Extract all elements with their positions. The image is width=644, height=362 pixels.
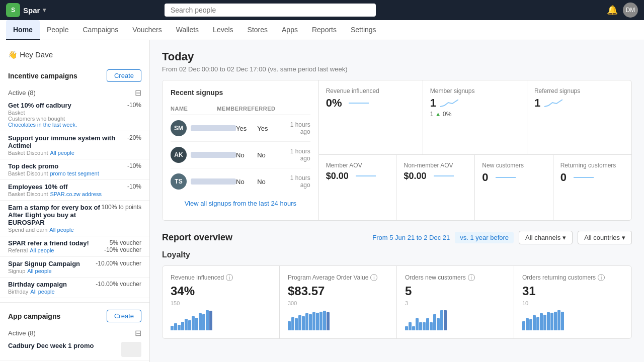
loyalty-value: $83.57: [288, 284, 388, 298]
campaign-name[interactable]: Employees 10% off: [8, 183, 102, 191]
today-subtitle: From 02 Dec 00:00 to 02 Dec 17:00 (vs. s…: [162, 65, 632, 73]
table-header: NAME MEMBER REFERRED: [171, 103, 310, 115]
member-val: No: [236, 178, 257, 186]
campaign-item: SPAR refer a friend today! Referral All …: [0, 236, 149, 257]
stat-value: 1: [534, 97, 624, 110]
campaign-link[interactable]: All people: [49, 227, 73, 233]
col-referred: REFERRED: [243, 106, 276, 112]
stat-value: 0%: [326, 97, 416, 110]
tab-levels[interactable]: Levels: [206, 20, 240, 40]
collapse-icon[interactable]: ⊟: [135, 328, 141, 338]
tab-campaigns[interactable]: Campaigns: [76, 20, 126, 40]
info-icon[interactable]: i: [226, 274, 233, 281]
referred-val: No: [257, 151, 278, 159]
campaign-name[interactable]: Get 10% off cadbury: [8, 102, 77, 109]
campaign-link[interactable]: All people: [30, 289, 54, 295]
campaign-item: Top deck promo Basket Discount promo tes…: [0, 159, 149, 180]
all-countries-dropdown[interactable]: All countries ▾: [578, 231, 632, 244]
info-icon[interactable]: i: [598, 274, 605, 281]
create-app-button[interactable]: Create: [107, 310, 141, 322]
tab-home[interactable]: Home: [6, 20, 40, 40]
nav-tabs: Home People Campaigns Vouchers Wallets L…: [0, 20, 644, 40]
campaign-name[interactable]: Birthday campaign: [8, 281, 67, 288]
loyalty-label: Program Average Order Value i: [288, 274, 388, 281]
campaign-name[interactable]: Spar Signup Campaign: [8, 260, 80, 267]
name-blur: [191, 178, 236, 185]
campaign-link[interactable]: All people: [27, 268, 51, 274]
today-grid: Recent signups NAME MEMBER REFERRED SM: [162, 80, 632, 221]
campaign-link[interactable]: Chocolates in the last week.: [8, 122, 77, 128]
stat-change: 1 ▲ 0%: [430, 111, 520, 118]
campaign-link[interactable]: All people: [30, 247, 54, 253]
logo[interactable]: S Spar ▾: [6, 3, 46, 17]
vs-year-before-button[interactable]: vs. 1 year before: [455, 232, 514, 243]
avatar-image: DM: [626, 7, 635, 14]
info-icon[interactable]: i: [468, 274, 475, 281]
member-val: Yes: [236, 125, 257, 132]
active-campaigns-label: Active (8) ⊟: [0, 85, 149, 99]
time-val: 1 hours ago: [278, 148, 310, 162]
notification-bell-icon[interactable]: 🔔: [607, 5, 618, 16]
campaign-discount: -10%: [127, 183, 141, 190]
campaign-item: Earn a stamp for every box of After Eigh…: [0, 201, 149, 236]
search-input[interactable]: [165, 4, 376, 17]
stat-value: 1: [430, 97, 520, 110]
campaign-discount: -10.00% voucher: [96, 260, 141, 267]
stat-returning-customers: Returning customers 0: [553, 155, 631, 221]
stat-referred-signups: Referred signups 1: [527, 80, 631, 154]
view-all-signups-link[interactable]: View all signups from the last 24 hours: [171, 195, 310, 212]
info-icon[interactable]: i: [370, 274, 377, 281]
campaign-discount: 100% to points: [102, 204, 141, 211]
tab-stores[interactable]: Stores: [240, 20, 275, 40]
incentive-campaigns-title: Incentive campaigns: [8, 72, 77, 80]
campaign-name[interactable]: Top deck promo: [8, 162, 99, 170]
campaign-item: Birthday campaign Birthday All people -1…: [0, 278, 149, 298]
logo-icon: S: [6, 3, 20, 17]
loyalty-value: 34%: [171, 284, 271, 298]
campaign-item: Get 10% off cadbury Basket Customers who…: [0, 99, 149, 131]
campaign-name[interactable]: SPAR refer a friend today!: [8, 239, 89, 247]
campaign-name[interactable]: Earn a stamp for every box of After Eigh…: [8, 204, 102, 226]
time-val: 1 hours ago: [278, 174, 310, 189]
campaign-link[interactable]: All people: [50, 150, 74, 156]
bar-chart: [171, 310, 271, 330]
collapse-icon[interactable]: ⊟: [135, 88, 141, 98]
stat-label: New customers: [482, 162, 545, 169]
campaign-discount: -10.00% voucher: [96, 281, 141, 288]
campaign-detail: Customers who bought: [8, 116, 77, 122]
stat-member-aov: Member AOV $0.00: [319, 155, 397, 221]
top-bar: S Spar ▾ 🔔 DM: [0, 0, 644, 20]
name-blur: [191, 152, 236, 158]
tab-reports[interactable]: Reports: [305, 20, 344, 40]
app-name: Spar: [23, 6, 40, 15]
tab-people[interactable]: People: [40, 20, 76, 40]
name-blur: [191, 125, 236, 131]
campaign-item: Cadbury Dec week 1 promo: [0, 339, 149, 360]
date-range-button[interactable]: From 5 Jun 21 to 2 Dec 21: [372, 234, 450, 241]
avatar[interactable]: DM: [623, 3, 638, 18]
sparkline-icon: [544, 98, 562, 109]
sparkline-icon: [440, 98, 458, 109]
campaign-link[interactable]: promo test segment: [50, 170, 99, 176]
report-filters: From 5 Jun 21 to 2 Dec 21 vs. 1 year bef…: [372, 231, 632, 244]
top-bar-actions: 🔔 DM: [607, 3, 638, 18]
campaign-thumbnail: [121, 342, 141, 357]
chevron-down-icon: ▾: [562, 234, 566, 241]
campaign-name[interactable]: Cadbury Dec week 1 promo: [8, 342, 94, 349]
main-content: Today From 02 Dec 00:00 to 02 Dec 17:00 …: [150, 40, 644, 362]
tab-apps[interactable]: Apps: [275, 20, 305, 40]
tab-vouchers[interactable]: Vouchers: [125, 20, 169, 40]
stat-value: $0.00: [404, 171, 467, 182]
create-incentive-button[interactable]: Create: [107, 69, 141, 82]
chevron-down-icon: ▾: [622, 234, 625, 241]
tab-wallets[interactable]: Wallets: [169, 20, 206, 40]
app-campaigns-title: App campaigns: [8, 312, 60, 320]
campaign-name[interactable]: Support your immune system with Actimel: [8, 134, 127, 149]
all-channels-dropdown[interactable]: All channels ▾: [519, 231, 573, 244]
search-bar[interactable]: [165, 4, 376, 17]
table-row: AK No No 1 hours ago: [171, 142, 310, 168]
tab-settings[interactable]: Settings: [344, 20, 383, 40]
campaign-link[interactable]: SPAR.co.zw address: [50, 191, 102, 197]
loyalty-value: 5: [405, 284, 506, 298]
loyalty-label: Orders new customers i: [405, 274, 506, 281]
